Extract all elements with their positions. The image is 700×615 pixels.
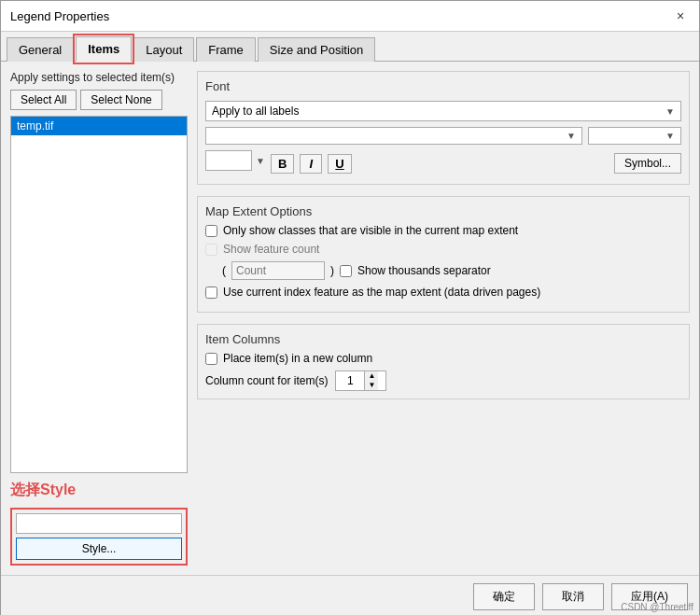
tab-size-and-position[interactable]: Size and Position — [258, 37, 375, 62]
new-column-checkbox[interactable] — [205, 353, 217, 365]
watermark: CSDN @Threetiff — [621, 602, 693, 612]
map-extent-checkbox1[interactable] — [205, 225, 217, 237]
list-item[interactable]: temp.tif — [11, 117, 187, 135]
apply-dropdown-row: Apply to all labels ▼ — [205, 101, 681, 121]
column-count-label: Column count for item(s) — [205, 374, 328, 387]
tab-layout[interactable]: Layout — [133, 37, 194, 62]
bottom-bar: 确定 取消 应用(A) — [1, 575, 699, 615]
select-buttons-row: Select All Select None — [10, 90, 188, 110]
font-style-dropdown[interactable]: ▼ — [588, 127, 681, 145]
new-column-label: Place item(s) in a new column — [223, 352, 372, 365]
show-feature-count-checkbox[interactable] — [205, 244, 217, 256]
right-panel: Font Apply to all labels ▼ ▼ ▼ — [197, 71, 690, 566]
item-columns-label: Item Columns — [205, 332, 681, 346]
current-index-label: Use current index feature as the map ext… — [223, 286, 540, 299]
dialog-content: Apply settings to selected item(s) Selec… — [1, 62, 699, 575]
item-columns-section: Item Columns Place item(s) in a new colu… — [197, 324, 690, 399]
map-extent-checkbox1-label: Only show classes that are visible in th… — [223, 224, 518, 237]
show-feature-count-row: Show feature count — [205, 243, 681, 256]
tab-items[interactable]: Items — [76, 36, 132, 62]
font-section-label: Font — [205, 79, 681, 93]
underline-button[interactable]: U — [328, 154, 351, 174]
title-bar: Legend Properties × — [1, 1, 699, 32]
select-none-button[interactable]: Select None — [80, 90, 161, 110]
font-section: Font Apply to all labels ▼ ▼ ▼ — [197, 71, 690, 185]
font-name-dropdown-arrow: ▼ — [567, 131, 576, 141]
map-extent-section-label: Map Extent Options — [205, 204, 681, 218]
ok-button[interactable]: 确定 — [473, 583, 535, 610]
font-size-row: ▼ — [205, 150, 265, 171]
symbol-button[interactable]: Symbol... — [614, 153, 681, 174]
apply-dropdown-arrow: ▼ — [665, 106, 675, 117]
style-button[interactable]: Style... — [16, 538, 182, 560]
count-left-paren: ( — [222, 264, 226, 277]
new-column-row: Place item(s) in a new column — [205, 352, 681, 365]
font-name-row: ▼ ▼ — [205, 127, 681, 145]
spinner-up[interactable]: ▲ — [365, 371, 378, 381]
tab-general[interactable]: General — [7, 37, 74, 62]
current-index-row: Use current index feature as the map ext… — [205, 286, 681, 299]
column-count-spinner: ▲ ▼ — [335, 370, 386, 391]
apply-dropdown[interactable]: Apply to all labels ▼ — [205, 101, 681, 121]
thousands-separator-checkbox[interactable] — [340, 265, 352, 277]
map-extent-checkbox1-row: Only show classes that are visible in th… — [205, 224, 681, 237]
bold-button[interactable]: B — [271, 154, 294, 174]
spinner-down[interactable]: ▼ — [365, 381, 378, 390]
dialog-title: Legend Properties — [10, 9, 109, 23]
items-list[interactable]: temp.tif — [10, 116, 188, 473]
tab-frame[interactable]: Frame — [196, 37, 256, 62]
tab-bar: General Items Layout Frame Size and Posi… — [1, 32, 699, 62]
show-feature-count-label: Show feature count — [223, 243, 319, 256]
font-format-row: ▼ B I U Symbol... — [205, 150, 681, 176]
style-input-area: Style... — [10, 508, 188, 566]
column-count-input[interactable] — [336, 372, 364, 389]
current-index-checkbox[interactable] — [205, 287, 217, 299]
count-row: ( ) Show thousands separator — [222, 261, 681, 280]
legend-properties-dialog: Legend Properties × General Items Layout… — [0, 0, 700, 615]
count-right-paren: ) — [330, 264, 334, 277]
thousands-separator-label: Show thousands separator — [357, 264, 491, 277]
column-count-row: Column count for item(s) ▲ ▼ — [205, 370, 681, 391]
close-button[interactable]: × — [671, 7, 690, 25]
font-size-arrow: ▼ — [256, 156, 265, 166]
font-style-dropdown-arrow: ▼ — [665, 131, 675, 141]
font-name-dropdown[interactable]: ▼ — [205, 127, 582, 145]
spinner-arrows: ▲ ▼ — [364, 371, 378, 390]
italic-button[interactable]: I — [300, 154, 322, 174]
count-input[interactable] — [231, 261, 325, 280]
map-extent-section: Map Extent Options Only show classes tha… — [197, 196, 690, 313]
left-panel: Apply settings to selected item(s) Selec… — [10, 71, 188, 566]
font-size-input[interactable] — [205, 150, 252, 171]
cancel-button[interactable]: 取消 — [542, 583, 604, 610]
style-label: 选择Style — [10, 481, 188, 500]
apply-settings-label: Apply settings to selected item(s) — [10, 71, 188, 84]
thousands-separator-row: Show thousands separator — [340, 264, 491, 277]
select-all-button[interactable]: Select All — [10, 90, 77, 110]
style-input[interactable] — [16, 513, 182, 534]
